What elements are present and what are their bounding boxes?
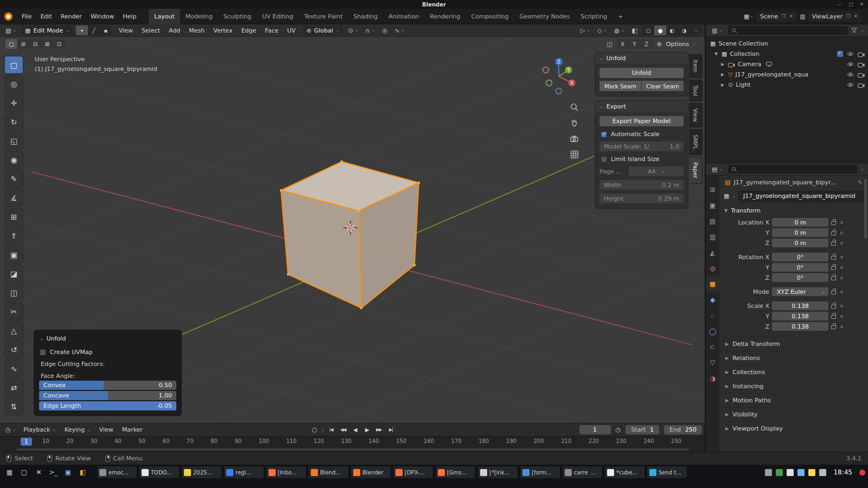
lock-icon[interactable] bbox=[831, 256, 836, 260]
taskbar-launcher-icon[interactable]: ◧ bbox=[76, 466, 90, 479]
tool-button[interactable]: ↻ bbox=[5, 113, 23, 130]
operator-slider[interactable]: Concave 1.00 bbox=[39, 391, 176, 400]
properties-search-input[interactable] bbox=[728, 165, 857, 174]
properties-tab[interactable]: ◑ bbox=[706, 371, 720, 386]
outliner-row-light[interactable]: ▶ ⊙ Light bbox=[706, 80, 868, 90]
taskbar-launcher-icon[interactable]: ✕ bbox=[32, 466, 46, 479]
outliner-row-object[interactable]: ▶ ▽ J17_gyroelongated_squa bbox=[706, 69, 868, 80]
limit-island-row[interactable]: Limit Island Size bbox=[601, 156, 682, 163]
timeline-menu-item[interactable]: Marker⌄ bbox=[118, 425, 147, 434]
solid-shading-button[interactable]: ● bbox=[654, 25, 666, 35]
outliner-row-camera[interactable]: ▶ Camera bbox=[706, 59, 868, 69]
shading-dropdown[interactable]: ⌄ bbox=[690, 25, 702, 35]
zoom-icon[interactable] bbox=[569, 102, 580, 113]
render-visibility-icon[interactable] bbox=[858, 82, 865, 88]
taskbar-app-button[interactable]: carre_... bbox=[562, 466, 603, 479]
expander-icon[interactable]: ▼ bbox=[713, 52, 719, 56]
animate-dot[interactable] bbox=[840, 315, 843, 318]
header-menu-item[interactable]: UV bbox=[283, 26, 300, 35]
workspace-tab[interactable]: Layout bbox=[149, 9, 180, 24]
lock-icon[interactable] bbox=[831, 232, 836, 235]
workspace-tab[interactable]: Sculpting bbox=[218, 9, 257, 24]
camera-view-icon[interactable] bbox=[569, 133, 580, 144]
header-menu-item[interactable]: View bbox=[114, 26, 137, 35]
properties-section[interactable]: ▶ Viewport Display bbox=[719, 421, 868, 435]
edge-select-button[interactable]: ╱ bbox=[88, 25, 100, 35]
snap-options-icon[interactable]: ⊕ bbox=[657, 41, 662, 47]
value-field[interactable]: 0° bbox=[772, 253, 828, 261]
pivot-point-dropdown[interactable]: ⊙⌄ bbox=[346, 27, 361, 35]
taskbar-app-button[interactable]: [*[ink... bbox=[477, 466, 518, 479]
prev-keyframe-button[interactable]: ◀◀ bbox=[337, 425, 348, 434]
operator-slider[interactable]: Edge Length -0.05 bbox=[39, 401, 176, 410]
rendered-shading-button[interactable]: ◑ bbox=[678, 25, 690, 35]
hide-eye-icon[interactable] bbox=[847, 82, 854, 87]
sidebar-tab[interactable]: View bbox=[689, 103, 703, 127]
menu-item[interactable]: Edit bbox=[36, 12, 56, 21]
transform-orientation-dropdown[interactable]: ⊕ Global⌄ bbox=[303, 25, 343, 35]
taskbar-launcher-icon[interactable]: ▦ bbox=[3, 466, 16, 479]
value-field[interactable]: 0.138 bbox=[772, 322, 828, 331]
properties-tab[interactable]: ∴ bbox=[706, 308, 720, 323]
taskbar-app-button[interactable]: 2025... bbox=[181, 466, 222, 479]
value-field[interactable]: 0 m bbox=[772, 239, 828, 247]
outliner-editor-type-button[interactable]: ▥⌄ bbox=[710, 27, 725, 35]
snap-toggle[interactable]: ∩⌄ bbox=[363, 27, 378, 35]
outliner-search-input[interactable] bbox=[728, 26, 848, 35]
pan-hand-icon[interactable] bbox=[569, 118, 580, 129]
taskbar-app-button[interactable]: TODO... bbox=[139, 466, 180, 479]
tool-button[interactable]: ⇑ bbox=[5, 227, 23, 244]
render-visibility-icon[interactable] bbox=[858, 52, 865, 57]
gizmos-dropdown[interactable]: ◇⌄ bbox=[595, 27, 609, 35]
axis-toggle[interactable]: Z bbox=[641, 39, 653, 49]
value-field[interactable]: 0.138 bbox=[772, 312, 828, 320]
properties-tab[interactable]: ▤ bbox=[706, 214, 720, 228]
value-field[interactable]: 0° bbox=[772, 263, 828, 272]
value-field[interactable]: XYZ Euler bbox=[772, 287, 828, 296]
axis-toggle[interactable]: Y bbox=[629, 39, 641, 49]
export-panel-header[interactable]: ⌄Export bbox=[595, 101, 688, 112]
create-uvmap-checkbox[interactable] bbox=[40, 349, 46, 356]
vertex-select-button[interactable]: • bbox=[76, 25, 88, 35]
select-extend-button[interactable]: ⊞ bbox=[17, 39, 29, 49]
workspace-tab[interactable]: Rendering bbox=[424, 9, 465, 24]
timeline-menu-item[interactable]: Playback⌄ bbox=[19, 425, 60, 434]
taskbar-app-button[interactable]: [Inbo... bbox=[266, 466, 307, 479]
lock-icon[interactable] bbox=[831, 266, 836, 270]
tool-button[interactable]: ◱ bbox=[5, 132, 23, 149]
render-visibility-icon[interactable] bbox=[858, 72, 865, 78]
expander-icon[interactable]: ▶ bbox=[720, 82, 725, 87]
tray-icon[interactable] bbox=[808, 469, 815, 476]
unlink-icon[interactable]: ✕ bbox=[789, 14, 794, 19]
tool-button[interactable]: ◉ bbox=[5, 151, 23, 168]
properties-tab[interactable]: ◯ bbox=[706, 324, 720, 338]
tool-button[interactable]: ↺ bbox=[5, 341, 23, 358]
value-field[interactable]: 0.138 bbox=[772, 301, 828, 310]
copy-icon[interactable]: ❐ bbox=[782, 14, 786, 19]
viewlayer-selector[interactable]: ViewLayer ❐ ✕ bbox=[808, 11, 861, 22]
workspace-tab[interactable]: Animation bbox=[383, 9, 424, 24]
tray-icon[interactable] bbox=[765, 469, 772, 476]
collection-checkbox[interactable] bbox=[837, 51, 843, 57]
lock-icon[interactable] bbox=[831, 325, 836, 329]
tool-button[interactable]: ∡ bbox=[5, 189, 23, 206]
outliner-row-scene-collection[interactable]: ▦ Scene Collection bbox=[706, 38, 868, 49]
face-select-button[interactable]: ▪ bbox=[100, 25, 112, 35]
object-name-field[interactable]: J17_gyroelongated_square_bipyramid bbox=[738, 191, 864, 202]
header-menu-item[interactable]: Add bbox=[164, 26, 184, 35]
taskbar-app-button[interactable]: Blender bbox=[350, 466, 391, 479]
play-reverse-button[interactable]: ◀ bbox=[349, 425, 360, 434]
properties-tab[interactable]: ▣ bbox=[706, 198, 720, 213]
material-shading-button[interactable]: ◐ bbox=[666, 25, 678, 35]
value-field[interactable]: 0 m bbox=[772, 228, 828, 237]
blender-logo-icon[interactable] bbox=[4, 12, 12, 21]
workspace-tab[interactable]: + bbox=[612, 9, 628, 24]
properties-section[interactable]: ▶ Collections bbox=[719, 365, 868, 379]
lock-icon[interactable] bbox=[831, 242, 836, 246]
tool-button[interactable]: ◎ bbox=[5, 75, 23, 92]
animate-dot[interactable] bbox=[840, 325, 843, 328]
operator-slider[interactable]: Convex 0.50 bbox=[39, 381, 176, 390]
mirror-icon[interactable]: ◫ bbox=[607, 41, 612, 47]
lock-icon[interactable] bbox=[831, 221, 836, 225]
select-set-button[interactable]: ▢ bbox=[5, 39, 17, 49]
